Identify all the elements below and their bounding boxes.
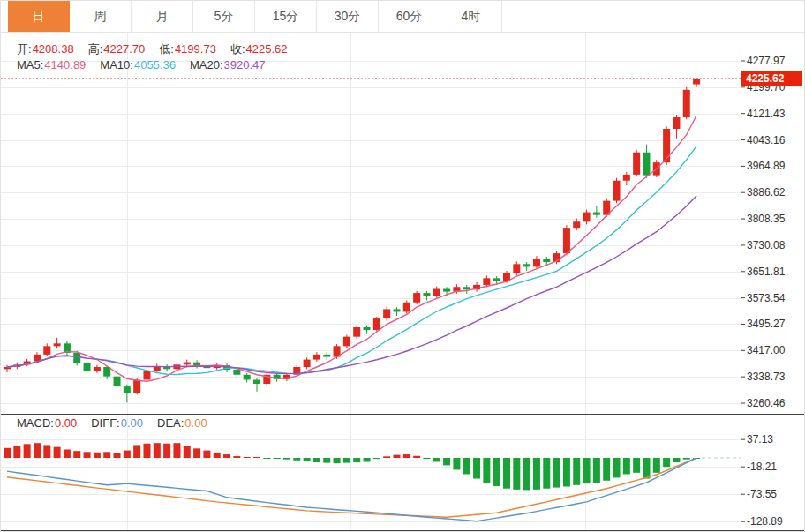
- svg-text:3964.89: 3964.89: [747, 160, 786, 172]
- close-label: 收:: [230, 42, 245, 56]
- tab-8[interactable]: 4时: [440, 1, 502, 32]
- tab-3[interactable]: 月: [132, 1, 193, 32]
- macd-histogram: [4, 443, 700, 490]
- ma10-line: [7, 146, 696, 375]
- macd-readout: MACD:0.00DIFF:0.00DEA:0.00: [17, 416, 222, 430]
- low-value: 4199.73: [175, 42, 216, 56]
- kline-chart-app: 日周月5分15分30分60分4时 4277.974199.704121.4340…: [0, 0, 805, 532]
- ma5-label: MA5:: [17, 58, 43, 71]
- close-value: 4225.62: [246, 42, 288, 56]
- svg-text:4277.97: 4277.97: [747, 55, 786, 67]
- price-axis: 4277.974199.704121.434043.163964.893886.…: [741, 33, 786, 414]
- macd-panel: 37.13-18.21-73.55-128.89: [1, 414, 805, 532]
- svg-text:3495.27: 3495.27: [747, 318, 786, 330]
- dea-value: 0.00: [184, 416, 207, 430]
- ma-readout: MA5:4140.89MA10:4055.36MA20:3920.47: [17, 58, 280, 71]
- dea-label: DEA:: [157, 416, 184, 430]
- svg-text:3808.35: 3808.35: [747, 213, 786, 225]
- ma10-label: MA10:: [100, 58, 133, 71]
- tab-6[interactable]: 30分: [317, 1, 379, 32]
- candlestick-chart: 4277.974199.704121.434043.163964.893886.…: [1, 33, 805, 414]
- candles: [4, 78, 700, 402]
- svg-text:4121.43: 4121.43: [747, 108, 786, 120]
- tab-7[interactable]: 60分: [379, 1, 440, 32]
- svg-text:3417.00: 3417.00: [747, 344, 786, 356]
- svg-text:-128.89: -128.89: [747, 515, 783, 528]
- svg-text:3260.46: 3260.46: [747, 397, 786, 409]
- macd-axis: 37.13-18.21-73.55-128.89: [1, 414, 805, 531]
- macd-value: 0.00: [55, 416, 77, 430]
- diff-value: 0.00: [121, 416, 143, 430]
- svg-text:-73.55: -73.55: [747, 488, 777, 500]
- svg-text:3651.81: 3651.81: [747, 266, 786, 278]
- ma20-value: 3920.47: [224, 58, 266, 71]
- svg-text:3886.62: 3886.62: [747, 186, 786, 199]
- price-badge: 4225.62: [741, 71, 802, 86]
- low-label: 低:: [159, 42, 174, 56]
- open-label: 开:: [17, 42, 32, 56]
- open-value: 4208.38: [33, 42, 74, 56]
- macd-label: MACD:: [17, 416, 54, 430]
- tab-1[interactable]: 日: [8, 1, 70, 32]
- svg-text:3573.54: 3573.54: [747, 292, 786, 304]
- timeframe-tabbar: 日周月5分15分30分60分4时: [1, 1, 804, 33]
- ma20-label: MA20:: [190, 58, 223, 71]
- svg-text:4225.62: 4225.62: [746, 72, 785, 85]
- ma10-value: 4055.36: [134, 58, 176, 71]
- price-grid: [1, 33, 741, 414]
- svg-text:-18.21: -18.21: [747, 461, 777, 473]
- ma5-value: 4140.89: [44, 58, 86, 71]
- svg-text:3730.08: 3730.08: [747, 239, 786, 251]
- svg-text:37.13: 37.13: [747, 433, 773, 446]
- tab-5[interactable]: 15分: [255, 1, 317, 32]
- diff-label: DIFF:: [91, 416, 120, 430]
- tab-2[interactable]: 周: [70, 1, 132, 32]
- high-label: 高:: [88, 42, 103, 56]
- svg-text:4043.16: 4043.16: [747, 134, 786, 146]
- high-value: 4227.70: [103, 42, 145, 56]
- ohlc-readout: 开:4208.38高:4227.70低:4199.73收:4225.62: [17, 41, 302, 57]
- svg-text:3338.73: 3338.73: [747, 371, 786, 383]
- tab-4[interactable]: 5分: [193, 1, 255, 32]
